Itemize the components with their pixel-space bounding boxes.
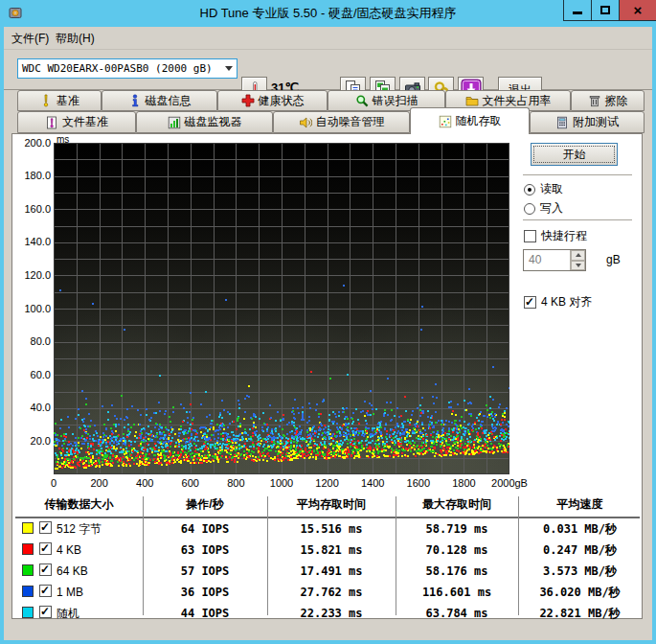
benchmark-icon <box>39 94 53 107</box>
short-stroke-value[interactable]: 40 <box>524 250 570 270</box>
aam-speaker-icon <box>299 116 312 129</box>
erase-icon <box>588 94 601 107</box>
menu-bar: 文件(F) 帮助(H) <box>4 27 652 50</box>
tab-file-benchmark[interactable]: 文件基准 <box>17 111 136 133</box>
short-stroke-spinner[interactable]: 40 <box>523 249 586 271</box>
y-tick-label: 140.0 <box>12 236 51 247</box>
x-tick-label: 600 <box>182 477 199 489</box>
short-stroke-unit: gB <box>606 253 621 266</box>
x-tick-label: 800 <box>227 477 244 489</box>
tab-random-access[interactable]: 随机存取 <box>410 107 530 134</box>
col-header-avg-access: 平均存取时间 <box>267 496 396 516</box>
tab-label: 错误扫描 <box>373 93 418 109</box>
x-tick-label: 1400 <box>361 477 384 489</box>
series-checkbox[interactable] <box>39 606 52 618</box>
col-header-max-access: 最大存取时间 <box>396 496 518 516</box>
tab-benchmark[interactable]: 基准 <box>17 90 102 111</box>
toolbar: WDC WD20EARX-00PASB0 (2000 gB) 31℃ <box>4 50 652 90</box>
max-access-value: 58.176 ms <box>396 561 518 582</box>
y-tick-label: 40.0 <box>12 402 51 413</box>
x-tick-label: 1200 <box>315 477 338 489</box>
separator <box>523 219 632 221</box>
x-tick-label: 1800 <box>452 477 475 489</box>
health-icon <box>241 94 255 107</box>
y-tick-label: 160.0 <box>12 203 51 215</box>
error-scan-icon <box>355 94 369 107</box>
table-row-4kb: 4 KB 63 IOPS 15.821 ms 70.128 ms 0.247 M… <box>12 540 642 561</box>
minimize-button[interactable] <box>563 0 591 21</box>
series-label: 512 字节 <box>57 518 102 540</box>
drive-selector-value: WDC WD20EARX-00PASB0 (2000 gB) <box>18 62 221 75</box>
disk-monitor-icon <box>168 116 181 129</box>
drive-selector[interactable]: WDC WD20EARX-00PASB0 (2000 gB) <box>17 58 238 79</box>
spinner-down-button[interactable] <box>571 261 585 271</box>
x-tick-label: 1000 <box>270 477 293 489</box>
align-4kb-checkbox[interactable] <box>524 296 536 309</box>
read-radio-row[interactable]: 读取 <box>524 181 563 197</box>
series-checkbox[interactable] <box>39 585 52 597</box>
hdtune-window: HD Tune 专业版 5.50 - 硬盘/固态硬盘实用程序 × 文件(F) 帮… <box>0 0 656 644</box>
max-access-value: 70.128 ms <box>396 540 518 561</box>
max-access-value: 58.719 ms <box>396 518 518 540</box>
series-checkbox[interactable] <box>39 542 52 555</box>
iops-value: 44 IOPS <box>143 603 267 624</box>
tab-disk-monitor[interactable]: 磁盘监视器 <box>136 111 273 133</box>
tab-erase[interactable]: 擦除 <box>571 90 645 111</box>
menu-help[interactable]: 帮助(H) <box>50 27 101 50</box>
short-stroke-checkbox[interactable] <box>524 230 536 242</box>
avg-speed-value: 36.020 MB/秒 <box>518 582 642 603</box>
series-checkbox[interactable] <box>39 521 52 534</box>
tab-label: 随机存取 <box>456 113 502 129</box>
short-stroke-row[interactable]: 快捷行程 <box>524 228 587 244</box>
x-tick-label: 2000gB <box>491 477 528 489</box>
start-button[interactable]: 开始 <box>531 143 618 166</box>
write-radio-row[interactable]: 写入 <box>524 200 563 217</box>
avg-speed-value: 22.821 MB/秒 <box>518 603 642 624</box>
y-tick-label: 80.0 <box>12 335 51 347</box>
focus-ring <box>533 146 615 163</box>
maximize-button[interactable] <box>591 0 619 21</box>
avg-access-value: 27.762 ms <box>267 582 396 603</box>
y-tick-label: 60.0 <box>12 369 51 380</box>
table-row-64kb: 64 KB 57 IOPS 17.491 ms 58.176 ms 3.573 … <box>12 561 642 582</box>
tab-label: 自动噪音管理 <box>316 114 385 130</box>
avg-access-value: 22.233 ms <box>267 603 396 624</box>
folder-usage-icon <box>465 94 479 107</box>
tab-health[interactable]: 健康状态 <box>217 90 328 111</box>
tab-label: 擦除 <box>605 93 628 109</box>
series-color-swatch <box>22 607 34 618</box>
avg-speed-value: 3.573 MB/秒 <box>518 561 642 582</box>
x-tick-label: 1600 <box>407 477 430 489</box>
align-row[interactable]: 4 KB 对齐 <box>524 294 592 310</box>
avg-speed-value: 0.031 MB/秒 <box>518 518 642 540</box>
read-radio[interactable] <box>524 184 535 196</box>
table-row-512b: 512 字节 64 IOPS 15.516 ms 58.719 ms 0.031… <box>12 518 642 540</box>
extra-tests-icon <box>555 116 569 129</box>
series-color-swatch <box>22 543 34 555</box>
series-label: 64 KB <box>57 561 88 582</box>
close-icon: × <box>634 1 643 20</box>
menu-file[interactable]: 文件(F) <box>6 27 55 50</box>
series-label: 4 KB <box>57 540 81 561</box>
x-tick-label: 400 <box>136 477 153 489</box>
tab-extra-tests[interactable]: 附加测试 <box>530 111 645 133</box>
tab-label: 附加测试 <box>573 114 619 130</box>
series-checkbox[interactable] <box>39 564 52 576</box>
tab-aam[interactable]: 自动噪音管理 <box>273 111 410 133</box>
tab-label: 文件夹占用率 <box>483 93 552 109</box>
tab-label: 健康状态 <box>259 93 305 109</box>
tab-label: 文件基准 <box>62 114 108 130</box>
title-bar: HD Tune 专业版 5.50 - 硬盘/固态硬盘实用程序 × <box>0 0 656 27</box>
close-button[interactable]: × <box>619 0 656 21</box>
spinner-up-button[interactable] <box>571 250 585 261</box>
y-tick-label: 180.0 <box>12 170 51 181</box>
tab-label: 磁盘信息 <box>146 93 192 109</box>
tab-disk-info[interactable]: 磁盘信息 <box>102 90 217 111</box>
separator <box>523 174 632 176</box>
y-tick-label: 100.0 <box>12 303 51 314</box>
disk-info-icon <box>128 94 142 107</box>
tab-label: 磁盘监视器 <box>185 114 242 130</box>
y-tick-label: 200.0 <box>12 137 51 149</box>
write-radio[interactable] <box>524 203 535 215</box>
window-title: HD Tune 专业版 5.50 - 硬盘/固态硬盘实用程序 <box>0 0 656 27</box>
